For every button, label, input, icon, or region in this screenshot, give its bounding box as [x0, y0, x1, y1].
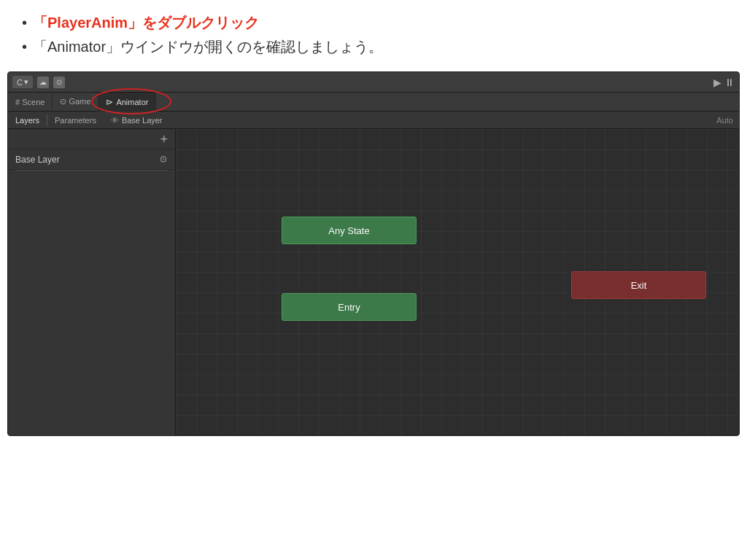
bullet-2: •	[22, 39, 27, 55]
left-sidebar: + Base Layer ⚙	[8, 129, 176, 435]
animator-icon: ⊳	[106, 97, 113, 107]
player-anim-close: 」をダブルクリック	[128, 15, 259, 31]
c-button[interactable]: C ▾	[12, 76, 33, 88]
pause-button[interactable]: ⏸	[724, 77, 735, 88]
state-any-state[interactable]: Any State	[282, 217, 417, 244]
c-label: C	[17, 78, 23, 87]
player-anim-name: PlayerAnim	[47, 15, 128, 31]
eye-icon: 👁	[111, 116, 119, 125]
tabs-row: # Scene ⊙ Game ⊳ Animator	[8, 93, 739, 112]
instruction-line-1: • 「PlayerAnim」をダブルクリック	[22, 13, 725, 33]
cloud-icon[interactable]: ☁	[37, 77, 49, 88]
instruction-text-1: 「PlayerAnim」をダブルクリック	[33, 13, 259, 33]
layer-separator	[15, 170, 168, 171]
subtab-parameters-label: Parameters	[55, 116, 96, 125]
subtab-layers[interactable]: Layers	[8, 112, 47, 129]
animator-canvas[interactable]: Any State Entry Exit	[176, 129, 739, 435]
add-layer-button[interactable]: +	[160, 133, 168, 146]
bullet-1: •	[22, 15, 27, 31]
any-state-label: Any State	[328, 225, 369, 236]
toolbar-left: C ▾ ☁ ⊙	[12, 76, 65, 88]
base-layer-tab-label: Base Layer	[122, 116, 163, 125]
autolayout-label: Auto	[716, 116, 739, 125]
tab-animator-label: Animator	[116, 98, 148, 106]
layer-name-base: Base Layer	[15, 155, 60, 165]
state-exit[interactable]: Exit	[571, 271, 706, 299]
base-layer-tab[interactable]: 👁 Base Layer	[104, 116, 170, 125]
tab-scene-label: # Scene	[15, 98, 44, 106]
collab-icon[interactable]: ⊙	[53, 77, 65, 88]
player-anim-highlight: 「	[33, 15, 47, 31]
tab-game-label: ⊙ Game	[60, 97, 90, 106]
toolbar-right: ▶ ⏸	[713, 77, 735, 88]
play-button[interactable]: ▶	[713, 77, 721, 88]
animator-tab-wrapper: ⊳ Animator	[98, 93, 156, 112]
exit-label: Exit	[631, 280, 647, 291]
sidebar-add-row: +	[8, 129, 175, 149]
tab-scene[interactable]: # Scene	[8, 93, 53, 112]
c-dropdown-icon: ▾	[24, 77, 28, 87]
editor-toolbar: C ▾ ☁ ⊙ ▶ ⏸	[8, 72, 739, 93]
entry-label: Entry	[338, 302, 360, 313]
layer-item-base[interactable]: Base Layer ⚙	[8, 149, 175, 170]
unity-editor: C ▾ ☁ ⊙ ▶ ⏸ # Scene ⊙ Game ⊳ Animator	[7, 71, 740, 436]
tab-animator[interactable]: ⊳ Animator	[98, 93, 156, 112]
layer-gear-icon[interactable]: ⚙	[159, 154, 168, 165]
instruction-area: • 「PlayerAnim」をダブルクリック • 「Animator」ウインドウ…	[0, 0, 747, 71]
subtab-layers-label: Layers	[15, 116, 39, 125]
subtab-parameters[interactable]: Parameters	[47, 112, 104, 129]
tab-game[interactable]: ⊙ Game	[53, 93, 98, 112]
state-entry[interactable]: Entry	[282, 293, 417, 321]
editor-body: + Base Layer ⚙ Any State Entry Exit	[8, 129, 739, 435]
instruction-line-2: • 「Animator」ウインドウが開くのを確認しましょう。	[22, 37, 725, 57]
subtabs-row: Layers Parameters 👁 Base Layer Auto	[8, 112, 739, 129]
instruction-text-2: 「Animator」ウインドウが開くのを確認しましょう。	[33, 37, 383, 57]
